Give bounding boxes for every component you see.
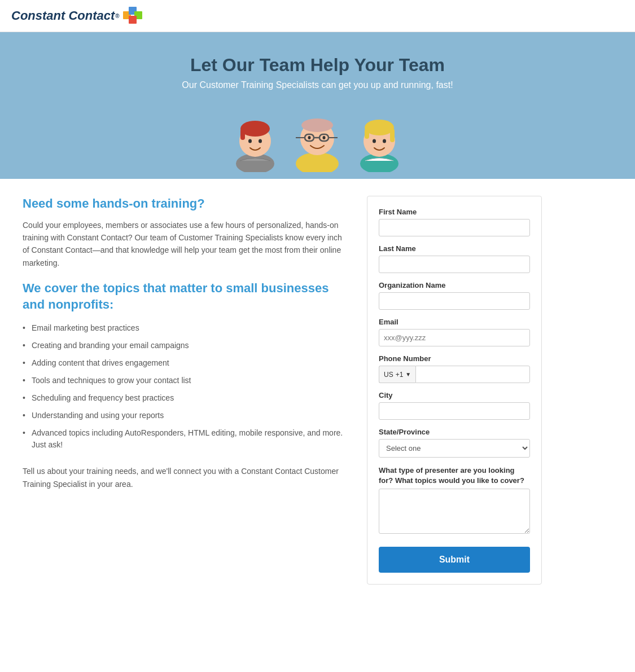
- first-name-label: First Name: [379, 208, 530, 216]
- city-label: City: [379, 391, 530, 399]
- left-column: Need some hands-on training? Could your …: [23, 196, 350, 585]
- list-item: Creating and branding your email campaig…: [23, 337, 350, 354]
- phone-group: Phone Number US +1 ▼: [379, 354, 530, 383]
- state-select[interactable]: Select oneAlabamaAlaskaArizonaArkansasCa…: [379, 439, 530, 458]
- svg-point-12: [301, 118, 333, 132]
- email-input[interactable]: [379, 329, 530, 346]
- hero-banner: Let Our Team Help Your Team Our Customer…: [0, 32, 635, 179]
- phone-number-input[interactable]: [415, 366, 530, 383]
- presenter-group: What type of presenter are you looking f…: [379, 465, 530, 535]
- header: Constant Contact ®: [0, 0, 635, 32]
- topics-list: Email marketing best practicesCreating a…: [23, 319, 350, 454]
- svg-rect-23: [390, 129, 395, 142]
- logo-text: Constant Contact ®: [11, 7, 143, 25]
- hero-subtitle: Our Customer Training Specialists can ge…: [11, 80, 624, 90]
- person-3-icon: [353, 107, 406, 172]
- last-name-group: Last Name: [379, 244, 530, 273]
- last-name-label: Last Name: [379, 244, 530, 253]
- list-item: Understanding and using your reports: [23, 407, 350, 424]
- list-item: Tools and techniques to grow your contac…: [23, 372, 350, 389]
- city-group: City: [379, 391, 530, 420]
- city-input[interactable]: [379, 402, 530, 420]
- email-label: Email: [379, 318, 530, 326]
- svg-rect-24: [365, 129, 369, 139]
- svg-rect-7: [240, 129, 245, 140]
- phone-label: Phone Number: [379, 354, 530, 363]
- cc-logo-icon: [123, 7, 143, 25]
- state-group: State/Province Select oneAlabamaAlaskaAr…: [379, 428, 530, 458]
- phone-country-code: US: [384, 371, 393, 379]
- submit-button[interactable]: Submit: [379, 547, 530, 573]
- phone-dropdown-arrow-icon: ▼: [405, 371, 411, 377]
- section1-body: Could your employees, members or associa…: [23, 219, 350, 270]
- phone-input-group: US +1 ▼: [379, 366, 530, 383]
- last-name-input[interactable]: [379, 256, 530, 273]
- org-name-input[interactable]: [379, 292, 530, 310]
- presenter-textarea[interactable]: [379, 489, 530, 534]
- first-name-group: First Name: [379, 208, 530, 236]
- hero-title: Let Our Team Help Your Team: [11, 55, 624, 76]
- hero-illustration: [11, 102, 624, 172]
- form-panel: First Name Last Name Organization Name E…: [367, 196, 542, 585]
- svg-point-8: [248, 139, 252, 143]
- list-item: Adding content that drives engagement: [23, 354, 350, 372]
- svg-point-19: [323, 136, 326, 139]
- phone-plus-code: +1: [396, 371, 404, 379]
- list-item: Email marketing best practices: [23, 319, 350, 337]
- state-label: State/Province: [379, 428, 530, 436]
- first-name-input[interactable]: [379, 219, 530, 236]
- section2-title: We cover the topics that matter to small…: [23, 280, 350, 313]
- svg-point-25: [373, 139, 376, 143]
- phone-country-selector[interactable]: US +1 ▼: [379, 366, 415, 383]
- svg-rect-3: [129, 16, 137, 24]
- org-name-group: Organization Name: [379, 281, 530, 310]
- list-item: Advanced topics including AutoResponders…: [23, 424, 350, 454]
- org-name-label: Organization Name: [379, 281, 530, 289]
- svg-point-18: [308, 136, 311, 139]
- section1-title: Need some hands-on training?: [23, 196, 350, 212]
- email-group: Email: [379, 318, 530, 346]
- svg-point-10: [296, 152, 339, 172]
- list-item: Scheduling and frequency best practices: [23, 389, 350, 407]
- svg-point-9: [259, 139, 262, 143]
- person-2-icon: [288, 102, 347, 172]
- main-content: Need some hands-on training? Could your …: [0, 179, 635, 601]
- presenter-label: What type of presenter are you looking f…: [379, 465, 530, 486]
- svg-point-26: [383, 139, 386, 143]
- closing-text: Tell us about your training needs, and w…: [23, 465, 350, 490]
- person-1-icon: [229, 107, 282, 172]
